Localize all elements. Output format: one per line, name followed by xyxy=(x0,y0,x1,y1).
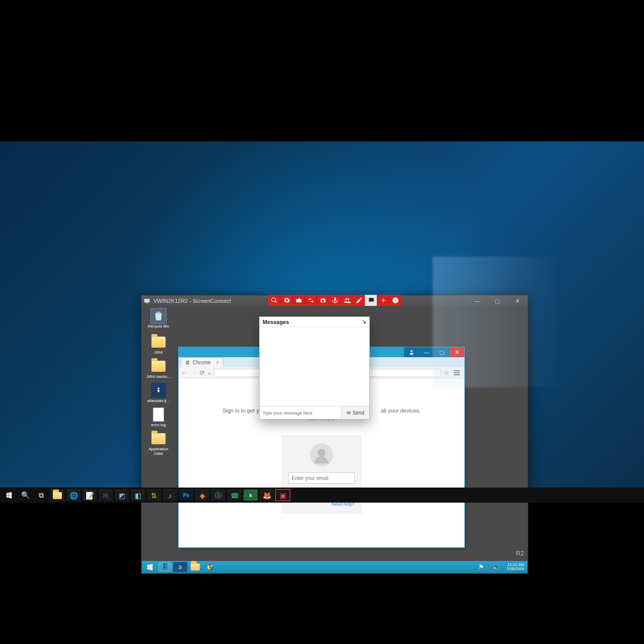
star-icon[interactable]: ☆ xyxy=(444,369,449,376)
host-taskbar-app-4-icon[interactable]: ☎ xyxy=(227,490,242,501)
host-desktop: VWIN2K12R2 - ScreenConnect — ▢ ✕ Recycle… xyxy=(0,141,644,503)
icon-label: atlassian-ji... xyxy=(147,398,170,403)
chrome-maximize-button[interactable]: ▢ xyxy=(434,347,449,357)
app-icon xyxy=(143,297,150,304)
screenconnect-toolbar xyxy=(268,295,401,306)
message-input[interactable] xyxy=(260,407,341,419)
desktop-icon-application-data[interactable]: Application Data xyxy=(144,431,173,456)
host-start-button[interactable] xyxy=(2,490,16,501)
icon-label: Application Data xyxy=(148,447,168,456)
host-taskview-icon[interactable]: ⧉ xyxy=(34,490,48,501)
host-search-icon[interactable]: 🔍 xyxy=(18,490,32,501)
host-taskbar-excel-icon[interactable]: x xyxy=(244,490,258,501)
desktop-icon-jira-backup[interactable]: JIRA-backu... xyxy=(144,359,173,379)
folder-icon xyxy=(151,335,166,350)
remote-tray-flag-icon[interactable]: ⚑ xyxy=(474,562,488,572)
email-field[interactable] xyxy=(288,472,355,484)
desktop-icon-jira[interactable]: JIRA xyxy=(144,335,173,355)
icon-label: Recycle Bin xyxy=(148,324,169,329)
back-icon[interactable]: ← xyxy=(182,369,188,376)
avatar-icon xyxy=(310,443,333,466)
host-taskbar-explorer-icon[interactable] xyxy=(50,490,64,501)
chrome-user-button[interactable] xyxy=(404,347,419,357)
desktop-icon-atlassian-jira[interactable]: atlassian-ji... xyxy=(144,383,173,404)
tab-title: Chrome xyxy=(193,360,211,365)
remote-chrome-icon[interactable] xyxy=(203,562,217,572)
pin-icon[interactable]: ↘ xyxy=(362,318,366,325)
svg-point-2 xyxy=(411,350,413,352)
search-icon[interactable] xyxy=(268,295,280,306)
messages-log xyxy=(260,328,369,406)
host-taskbar: 🔍 ⧉ 🌐 📝 ✉ ◩ ◧ ⇅ ♪ Ps ◆ Ⓢ ☎ x 🦊 ▣ xyxy=(0,488,644,503)
envelope-icon: ✉ xyxy=(347,410,351,416)
gear-icon[interactable] xyxy=(280,295,292,306)
host-taskbar-skype-icon[interactable]: Ⓢ xyxy=(211,490,225,501)
icon-label: JIRA-backu... xyxy=(146,374,171,379)
remote-start-button[interactable] xyxy=(143,562,157,572)
microphone-icon[interactable] xyxy=(329,295,341,306)
remote-watermark: R2 xyxy=(516,550,524,557)
screenshot-icon[interactable] xyxy=(316,295,329,306)
toolbox-icon[interactable] xyxy=(292,295,304,306)
remote-explorer-icon[interactable] xyxy=(188,562,202,572)
close-button[interactable]: ✕ xyxy=(509,295,526,306)
window-title: VWIN2K12R2 - ScreenConnect xyxy=(153,298,231,304)
forward-icon[interactable]: → xyxy=(191,369,197,376)
folder-icon xyxy=(151,359,166,374)
plus-icon[interactable] xyxy=(377,295,389,306)
file-icon xyxy=(151,407,166,422)
host-taskbar-itunes-icon[interactable]: ♪ xyxy=(163,490,177,501)
minimize-button[interactable]: — xyxy=(468,295,486,306)
reload-icon[interactable]: ⟳ xyxy=(200,369,205,376)
host-taskbar-photoshop-icon[interactable]: Ps xyxy=(179,490,193,501)
chrome-close-button[interactable]: ✕ xyxy=(449,347,464,357)
search-icon: ⌕ xyxy=(208,370,211,376)
screenconnect-window: VWIN2K12R2 - ScreenConnect — ▢ ✕ Recycle… xyxy=(141,295,528,574)
remote-server-manager-icon[interactable]: 🗄 xyxy=(158,562,172,572)
chat-icon[interactable] xyxy=(365,295,377,306)
app-icon xyxy=(151,383,166,398)
remote-powershell-icon[interactable]: ≥ xyxy=(173,562,187,572)
icon-label: error.log xyxy=(151,423,166,427)
recycle-bin-icon xyxy=(151,308,166,324)
desktop-icon-recycle-bin[interactable]: Recycle Bin xyxy=(144,308,173,329)
maximize-button[interactable]: ▢ xyxy=(489,295,506,306)
host-taskbar-screenconnect-icon[interactable]: ▣ xyxy=(276,490,290,501)
svg-rect-1 xyxy=(146,303,148,303)
send-button[interactable]: ✉ Send xyxy=(341,407,369,419)
host-taskbar-app-1-icon[interactable]: ◩ xyxy=(115,490,129,501)
folder-icon xyxy=(151,431,166,446)
panel-title: Messages xyxy=(263,319,289,325)
participants-icon[interactable] xyxy=(341,295,353,306)
messages-panel: Messages ↘ ✉ Send xyxy=(259,316,370,420)
svg-point-4 xyxy=(209,566,212,569)
svg-rect-0 xyxy=(144,299,150,302)
close-tab-icon[interactable]: × xyxy=(216,360,219,365)
annotate-icon[interactable] xyxy=(353,295,365,306)
host-taskbar-app-2-icon[interactable]: ◧ xyxy=(131,490,145,501)
remote-taskbar: 🗄 ≥ ⚑ 🔈 11:21 AM 7/28/2016 xyxy=(142,561,527,573)
remote-desktop[interactable]: Recycle Bin JIRA JIRA-backu... atlassian… xyxy=(142,306,527,573)
info-icon[interactable] xyxy=(389,295,401,306)
host-taskbar-notepadpp-icon[interactable]: 📝 xyxy=(83,490,97,501)
host-taskbar-firefox-icon[interactable]: 🦊 xyxy=(260,490,274,501)
remote-clock[interactable]: 11:21 AM 7/28/2016 xyxy=(504,563,526,571)
desktop-icon-error-log[interactable]: error.log xyxy=(144,407,173,428)
transfer-icon[interactable] xyxy=(304,295,316,306)
chrome-tab[interactable]: 🗎 Chrome × xyxy=(181,357,223,367)
host-taskbar-chrome-icon[interactable]: 🌐 xyxy=(66,490,80,501)
remote-tray-volume-icon[interactable]: 🔈 xyxy=(489,562,503,572)
host-taskbar-app-3-icon[interactable]: ◆ xyxy=(195,490,209,501)
chrome-minimize-button[interactable]: — xyxy=(419,347,434,357)
hamburger-icon[interactable] xyxy=(452,368,461,377)
host-taskbar-winscp-icon[interactable]: ⇅ xyxy=(147,490,161,501)
page-icon: 🗎 xyxy=(185,360,190,365)
icon-label: JIRA xyxy=(154,350,163,355)
host-taskbar-outlook-icon[interactable]: ✉ xyxy=(99,490,113,501)
